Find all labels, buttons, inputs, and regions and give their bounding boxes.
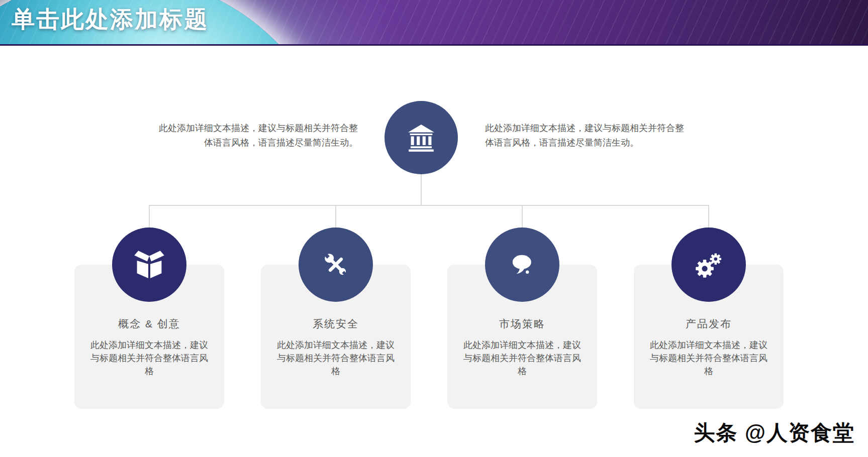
branch-column-concept: 概念 & 创意 此处添加详细文本描述，建议与标题相关并符合整体语言风格 [74,227,224,409]
toutiao-watermark: 头条 @人资食堂 [694,419,855,447]
branch-column-marketing: 市场策略 此处添加详细文本描述，建议与标题相关并符合整体语言风格 [447,227,597,409]
slide-title-placeholder: 单击此处添加标题 [12,4,209,35]
branch-column-product: 产品发布 此处添加详细文本描述，建议与标题相关并符合整体语言风格 [634,227,784,409]
branch-description: 此处添加详细文本描述，建议与标题相关并符合整体语言风格 [89,338,210,378]
top-node-right-description: 此处添加详细文本描述，建议与标题相关并符合整体语言风格，语言描述尽量简洁生动。 [485,121,686,150]
connector-drop-line [149,205,150,228]
branch-circle-3 [485,227,559,302]
connector-drop-line [708,205,709,228]
bank-icon [406,122,437,153]
open-box-icon [133,248,166,281]
branch-circle-4 [671,227,746,302]
gears-icon [692,248,725,281]
connector-drop-line [522,205,523,228]
speech-bubble-icon [506,249,538,281]
branch-circle-1 [112,227,186,302]
connector-stem-line [421,174,422,205]
branch-description: 此处添加详细文本描述，建议与标题相关并符合整体语言风格 [648,338,769,378]
branch-description: 此处添加详细文本描述，建议与标题相关并符合整体语言风格 [275,338,396,378]
branch-column-security: 系统安全 此处添加详细文本描述，建议与标题相关并符合整体语言风格 [261,227,411,409]
connector-drop-line [335,205,336,228]
branch-title: 系统安全 [261,317,411,331]
slide-header-banner: 单击此处添加标题 [0,0,868,46]
wrench-tools-icon [320,249,352,281]
presentation-slide: 单击此处添加标题 此处添加详细文本描述，建议与标题相关并符合整体语言风格，语言描… [0,0,868,457]
branch-title: 概念 & 创意 [74,317,224,331]
branch-title: 产品发布 [634,317,784,331]
branch-description: 此处添加详细文本描述，建议与标题相关并符合整体语言风格 [462,338,583,378]
top-circle [384,101,458,174]
branch-title: 市场策略 [447,317,597,331]
connector-horizontal-line [149,205,709,206]
branch-circle-2 [299,227,373,302]
top-node-left-description: 此处添加详细文本描述，建议与标题相关并符合整体语言风格，语言描述尽量简洁生动。 [157,121,358,150]
